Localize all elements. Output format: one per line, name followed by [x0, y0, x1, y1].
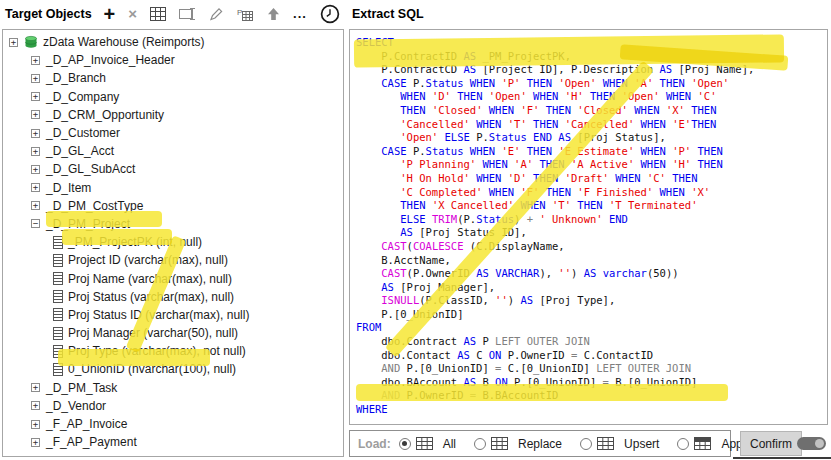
confirm-toggle[interactable]: [797, 437, 826, 450]
expand-toggle-icon[interactable]: +: [31, 56, 40, 65]
load-table-icon: [491, 437, 508, 450]
more-icon[interactable]: ...: [293, 9, 307, 19]
sql-line: THEN 'X Cancelled' WHEN 'T' THEN 'T Term…: [356, 199, 827, 213]
load-table-icon: [694, 437, 711, 450]
tree-item-d-company[interactable]: +_D_Company: [3, 88, 343, 106]
target-objects-title: Target Objects: [0, 7, 92, 21]
tree-item-label: Project ID (varchar(max), null): [68, 253, 228, 267]
tree-item-label: _F_AP_Invoice: [46, 417, 127, 431]
tree-item-label: Proj Manager (varchar(50), null): [68, 326, 238, 340]
load-options: AllReplaceUpsertAppend: [399, 437, 781, 451]
expand-toggle-icon[interactable]: +: [31, 165, 40, 174]
tree-item-0-unionid-nvarchar-100-null[interactable]: 0_UnionID (nvarchar(100), null): [3, 360, 343, 378]
sql-line: FROM: [356, 321, 827, 335]
column-icon: [53, 308, 63, 321]
tree-item-d-vendor[interactable]: +_D_Vendor: [3, 397, 343, 415]
sql-line: THEN 'Closed' WHEN 'F' THEN 'Closed' WHE…: [356, 104, 827, 118]
tree-item-d-pm-task[interactable]: +_D_PM_Task: [3, 379, 343, 397]
tree-item-proj-status-varchar-max-null[interactable]: Proj Status (varchar(max), null): [3, 288, 343, 306]
object-tree[interactable]: +zData Warehouse (Reimports)+_D_AP_Invoi…: [2, 29, 344, 457]
rename-icon[interactable]: [179, 7, 196, 21]
column-icon: [53, 272, 63, 285]
load-option-label: All: [443, 437, 456, 451]
tree-item-proj-manager-varchar-50-null[interactable]: Proj Manager (varchar(50), null): [3, 324, 343, 342]
sql-line: AS [Proj Status ID],: [356, 226, 827, 240]
tree-item-d-gl-acct[interactable]: +_D_GL_Acct: [3, 142, 343, 160]
tree-item-pm-projectpk-int-null[interactable]: _PM_ProjectPK (int, null): [3, 233, 343, 251]
expand-toggle-icon[interactable]: +: [31, 110, 40, 119]
tree-item-proj-type-varchar-max-not-null[interactable]: Proj Type (varchar(max), not null): [3, 342, 343, 360]
sql-line: dbo.Contact AS C ON P.OwnerID = C.Contac…: [356, 349, 827, 363]
delete-icon[interactable]: ×: [128, 5, 137, 23]
tree-item-proj-status-id-varchar-max-null[interactable]: Proj Status ID (varchar(max), null): [3, 306, 343, 324]
sql-line: P.ContractID AS _PM_ProjectPK,: [356, 50, 827, 64]
radio-icon[interactable]: [677, 438, 689, 450]
load-option-replace[interactable]: Replace: [474, 437, 562, 451]
extract-sql-title: Extract SQL: [352, 7, 424, 21]
expand-toggle-icon[interactable]: +: [31, 201, 40, 210]
tree-item-f-ap-payment[interactable]: +_F_AP_Payment: [3, 433, 343, 451]
tree-item-label: _D_Item: [46, 181, 91, 195]
tree-item-label: _PM_ProjectPK (int, null): [68, 235, 202, 249]
window-edge: [733, 457, 831, 459]
tree-item-d-pm-costtype[interactable]: +_D_PM_CostType: [3, 197, 343, 215]
tree-item-label: _D_Customer: [46, 126, 120, 140]
sql-line: 'P Planning' WHEN 'A' THEN 'A Active' WH…: [356, 158, 827, 172]
load-table-icon: [597, 437, 614, 450]
sql-line: P.[0_UnionID]: [356, 308, 827, 322]
column-icon: [53, 327, 63, 340]
table-icon[interactable]: [150, 7, 166, 21]
tree-item-d-crm-opportunity[interactable]: +_D_CRM_Opportunity: [3, 106, 343, 124]
sql-line: 'Open' ELSE P.Status END AS [Proj Status…: [356, 131, 827, 145]
sql-line: WHEN 'D' THEN 'Open' WHEN 'H' THEN 'Open…: [356, 90, 827, 104]
tree-item-d-pm-project[interactable]: −_D_PM_Project: [3, 215, 343, 233]
tree-item-d-gl-subacct[interactable]: +_D_GL_SubAcct: [3, 160, 343, 178]
tree-item-label: _D_AP_Invoice_Header: [46, 53, 175, 67]
sql-line: WHERE: [356, 403, 827, 417]
tree-item-label: zData Warehouse (Reimports): [43, 35, 205, 49]
upload-icon[interactable]: [267, 7, 280, 21]
expand-toggle-icon[interactable]: +: [31, 129, 40, 138]
tree-item-d-customer[interactable]: +_D_Customer: [3, 124, 343, 142]
expand-toggle-icon[interactable]: +: [9, 38, 18, 47]
tree-item-proj-name-varchar-max-null[interactable]: Proj Name (varchar(max), null): [3, 269, 343, 287]
tree-item-project-id-varchar-max-null[interactable]: Project ID (varchar(max), null): [3, 251, 343, 269]
expand-toggle-icon[interactable]: +: [31, 383, 40, 392]
sql-line: B.AcctName,: [356, 254, 827, 268]
collapse-toggle-icon[interactable]: −: [31, 219, 40, 228]
sql-line: CASE P.Status WHEN 'P' THEN 'Open' WHEN …: [356, 77, 827, 91]
column-icon: [53, 290, 63, 303]
tree-item-label: _F_AP_Payment: [46, 435, 137, 449]
add-icon[interactable]: +: [104, 5, 116, 23]
tree-item-label: _D_PM_Task: [46, 381, 117, 395]
history-clock-icon[interactable]: [320, 4, 340, 24]
load-option-all[interactable]: All: [399, 437, 456, 451]
tree-item-d-branch[interactable]: +_D_Branch: [3, 69, 343, 87]
sql-editor[interactable]: SELECT P.ContractID AS _PM_ProjectPK, P.…: [349, 29, 828, 425]
tree-item-f-ap-invoice[interactable]: +_F_AP_Invoice: [3, 415, 343, 433]
expand-toggle-icon[interactable]: +: [31, 420, 40, 429]
expand-toggle-icon[interactable]: +: [31, 147, 40, 156]
edit-pencil-icon[interactable]: [209, 7, 224, 21]
toggle-knob: [815, 439, 824, 448]
tree-item-zdata-warehouse-reimports[interactable]: +zData Warehouse (Reimports): [3, 33, 343, 51]
expand-toggle-icon[interactable]: +: [31, 438, 40, 447]
confirm-button[interactable]: Confirm: [740, 431, 802, 456]
tree-item-d-item[interactable]: +_D_Item: [3, 179, 343, 197]
expand-toggle-icon[interactable]: +: [31, 92, 40, 101]
sql-line: CASE P.Status WHEN 'E' THEN 'E Estimate'…: [356, 145, 827, 159]
expand-toggle-icon[interactable]: +: [31, 74, 40, 83]
expand-toggle-icon[interactable]: +: [31, 401, 40, 410]
expand-toggle-icon[interactable]: +: [31, 183, 40, 192]
tree-item-d-ap-invoice-header[interactable]: +_D_AP_Invoice_Header: [3, 51, 343, 69]
sql-line: 'C Completed' WHEN 'F' THEN 'F Finished'…: [356, 186, 827, 200]
sql-line: CAST(P.OwnerID AS VARCHAR), '') AS varch…: [356, 267, 827, 281]
sql-line: dbo.BAccount AS B ON P.[0_UnionID] = B.[…: [356, 376, 827, 390]
radio-icon[interactable]: [580, 438, 592, 450]
target-objects-header: Target Objects +×P...: [0, 0, 345, 28]
radio-icon[interactable]: [474, 438, 486, 450]
preview-table-icon[interactable]: P: [237, 7, 254, 21]
sql-line: AND P.OwnerID = B.BAccountID: [356, 389, 827, 403]
load-option-upsert[interactable]: Upsert: [580, 437, 659, 451]
radio-selected-icon[interactable]: [399, 438, 411, 450]
